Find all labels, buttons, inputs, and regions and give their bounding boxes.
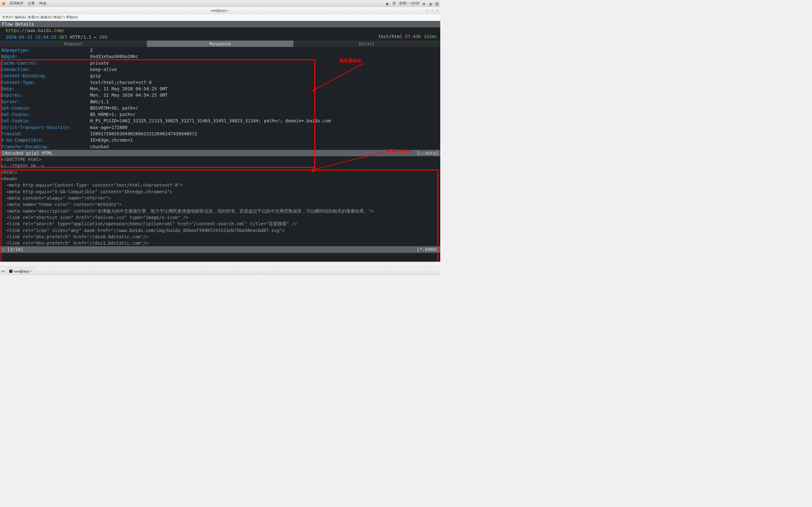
header-key: Bdqid:: [1, 53, 90, 60]
window-titlebar: root@aiyc:~ — □ ×: [0, 7, 440, 14]
header-row: Bdpagetype:2: [1, 47, 439, 53]
menu-edit[interactable]: 编辑(E): [14, 15, 26, 20]
header-key: Bdpagetype:: [1, 47, 90, 53]
os-logo-icon: [2, 2, 5, 5]
tab-detail[interactable]: Detail: [293, 41, 440, 47]
header-value: 0xd31e5aa3000a286c: [90, 53, 138, 60]
header-row: Strict-Transport-Security:max-age=172800: [1, 124, 439, 130]
taskbar-app-terminal[interactable]: root@aiyc:~: [6, 268, 35, 274]
header-row: Set-Cookie:BDSVRTM=50; path=/: [1, 105, 439, 111]
header-row: X-Ua-Compatible:IE=Edge,chrome=1: [1, 137, 439, 143]
terminal-icon: [9, 270, 12, 273]
header-row: Traceid:15891728650304902666152126962474…: [1, 130, 439, 137]
annotation-label-response: 服务器响应: [339, 57, 362, 64]
body-line: <html>: [1, 169, 439, 176]
body-line: <meta content="always" name="referrer">: [1, 195, 439, 201]
tab-response[interactable]: Response: [147, 41, 294, 47]
header-value: max-age=172800: [90, 124, 128, 130]
show-desktop-button[interactable]: ▭: [1, 269, 4, 273]
header-row: Connection:keep-alive: [1, 66, 439, 72]
header-value: 1589172865030490266615212696247430948972: [90, 130, 197, 137]
menu-help[interactable]: 帮助(H): [66, 15, 78, 20]
body-line: <link rel="shortcut icon" href="/favicon…: [1, 214, 439, 221]
header-row: Set-Cookie:H_PS_PSSID=1462_31325_21123_3…: [1, 118, 439, 124]
terminal-pane[interactable]: Flow Details https://www.baidu.com/ 2020…: [0, 21, 440, 262]
menu-terminal-app[interactable]: 终端(T): [53, 15, 65, 20]
header-key: Content-Encoding:: [1, 72, 90, 79]
accessibility-icon[interactable]: ◐: [386, 2, 389, 5]
annotation-label-body: HTML body: [386, 148, 410, 154]
header-row: Cache-Control:private: [1, 60, 439, 66]
window-title: root@aiyc:~: [211, 9, 229, 12]
request-meta: 2020-05-11 12:54:25 GET HTTP/1.1 ← 200: [0, 34, 440, 40]
tab-bar: Request Response Detail: [0, 41, 440, 47]
header-row: Set-Cookie:BD_HOME=1; path=/: [1, 111, 439, 118]
body-line: <link rel="icon" sizes="any" mask href="…: [1, 227, 439, 233]
menu-places[interactable]: 位置: [28, 1, 35, 6]
header-row: Expires:Mon, 11 May 2020 04:54:25 GMT: [1, 92, 439, 98]
app-menubar: 文件(F) 编辑(E) 查看(V) 搜索(S) 终端(T) 帮助(H): [0, 14, 440, 21]
clock[interactable]: 星期一 13:08: [399, 1, 419, 6]
header-row: Transfer-Encoding:chunked: [1, 144, 439, 150]
header-value: Mon, 11 May 2020 04:54:25 GMT: [90, 92, 167, 98]
header-key: X-Ua-Compatible:: [1, 137, 90, 143]
body-line: <meta http-equiv="X-UA-Compatible" conte…: [1, 188, 439, 195]
header-row: Bdqid:0xd31e5aa3000a286c: [1, 53, 439, 60]
body-line: <link rel="dns-prefetch" href="//dss1.bd…: [1, 240, 439, 246]
desktop-taskbar: ▭ root@aiyc:~: [0, 267, 440, 275]
header-value: private: [90, 60, 109, 66]
header-key: Content-Type:: [1, 79, 90, 86]
header-key: Server:: [1, 99, 90, 105]
body-line: <meta name="theme-color" content="#2932e…: [1, 201, 439, 208]
body-line: <link rel="dns-prefetch" href="//dss0.bd…: [1, 233, 439, 240]
flow-details-header: Flow Details: [0, 21, 440, 27]
response-headers: Bdpagetype:2Bdqid:0xd31e5aa3000a286cCach…: [0, 47, 440, 150]
menu-file[interactable]: 文件(F): [2, 15, 13, 20]
header-key: Expires:: [1, 92, 90, 98]
desktop-menubar: 应用程序 位置 终端 ◐ 英 星期一 13:08 ⊕ 🔊 ⏻: [0, 0, 440, 7]
header-key: Date:: [1, 86, 90, 92]
body-line: <link rel="search" type="application/ope…: [1, 221, 439, 227]
close-button[interactable]: ×: [437, 9, 438, 12]
menu-search[interactable]: 搜索(S): [40, 15, 52, 20]
body-divider: [decoded gzip] HTML [m:auto]: [0, 150, 440, 156]
input-method-indicator[interactable]: 英: [392, 1, 396, 6]
mitmproxy-statusbar: ⇂ [3/14] [*:8080]: [0, 246, 440, 252]
header-value: text/html;charset=utf-8: [90, 79, 152, 86]
minimize-button[interactable]: —: [426, 9, 429, 12]
request-url: https://www.baidu.com/: [0, 27, 440, 34]
power-icon[interactable]: ⏻: [435, 2, 438, 5]
header-value: Mon, 11 May 2020 04:54:25 GMT: [90, 86, 167, 92]
body-line: <!DOCTYPE html>: [1, 156, 439, 163]
maximize-button[interactable]: □: [432, 9, 434, 12]
header-value: chunked: [90, 144, 109, 150]
header-key: Transfer-Encoding:: [1, 144, 90, 150]
body-line: <meta http-equiv="Content-Type" content=…: [1, 182, 439, 188]
header-key: Set-Cookie:: [1, 118, 90, 124]
response-summary: text/html 57.43k 162ms: [378, 33, 437, 40]
header-key: Strict-Transport-Security:: [1, 124, 90, 130]
menu-view[interactable]: 查看(V): [28, 15, 39, 20]
network-icon[interactable]: ⊕: [422, 2, 426, 5]
header-value: H_PS_PSSID=1462_31325_21123_30825_31271_…: [90, 118, 331, 124]
header-key: Set-Cookie:: [1, 105, 90, 111]
menu-terminal[interactable]: 终端: [39, 1, 46, 6]
header-row: Content-Encoding:gzip: [1, 72, 439, 79]
header-key: Cache-Control:: [1, 60, 90, 66]
header-key: Connection:: [1, 66, 90, 72]
header-row: Date:Mon, 11 May 2020 04:54:25 GMT: [1, 86, 439, 92]
tab-request[interactable]: Request: [0, 41, 147, 47]
header-key: Set-Cookie:: [1, 111, 90, 118]
header-value: 2: [90, 47, 93, 53]
header-row: Server:BWS/1.1: [1, 99, 439, 105]
header-key: Traceid:: [1, 130, 90, 137]
menu-applications[interactable]: 应用程序: [9, 1, 23, 6]
header-value: BDSVRTM=50; path=/: [90, 105, 138, 111]
header-value: gzip: [90, 72, 101, 79]
header-value: BWS/1.1: [90, 99, 109, 105]
volume-icon[interactable]: 🔊: [429, 2, 432, 5]
header-value: keep-alive: [90, 66, 117, 72]
body-line: <head>: [1, 176, 439, 182]
header-row: Content-Type:text/html;charset=utf-8: [1, 79, 439, 86]
header-value: IE=Edge,chrome=1: [90, 137, 133, 143]
